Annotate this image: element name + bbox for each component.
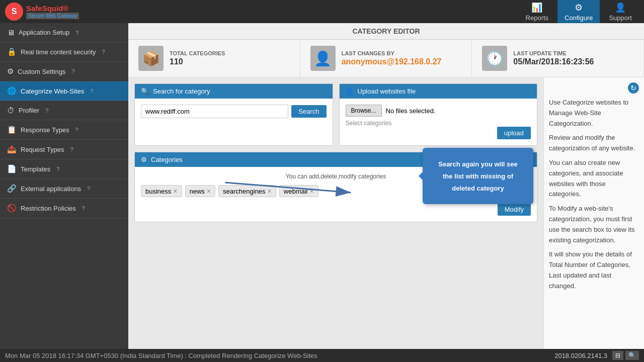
- help-icon: ?: [45, 108, 48, 114]
- request-types-icon: 📤: [7, 145, 17, 154]
- sidebar-item-realtime-content[interactable]: 🔒 Real time content security ?: [0, 42, 128, 62]
- status-text: Mon Mar 05 2018 16:17:34 GMT+0530 (India…: [5, 352, 317, 359]
- refresh-icon[interactable]: ↻: [628, 82, 639, 94]
- upload-panel-title: Upload websites file: [358, 87, 416, 95]
- search-input[interactable]: [141, 105, 288, 118]
- changes-stat-icon: 👤: [310, 46, 336, 71]
- upload-button[interactable]: upload: [497, 127, 531, 139]
- help-text-4: To Modify a web-site's categorization, y…: [549, 204, 639, 245]
- upload-row: Browse... No files selected.: [346, 105, 531, 117]
- custom-settings-icon: ⚙: [7, 67, 14, 76]
- status-bar: Mon Mar 05 2018 16:17:34 GMT+0530 (India…: [0, 349, 644, 362]
- nav-actions: 📊 Reports ⚙ Configure 👤 Support: [519, 0, 639, 24]
- categories-stat-icon: 📦: [138, 46, 164, 71]
- help-icon: ?: [70, 146, 73, 152]
- sidebar-item-time-profiler[interactable]: ⏱ Profiler ?: [0, 101, 128, 120]
- sidebar-item-categorize-websites[interactable]: 🌐 Categorize Web-Sites ?: [0, 81, 128, 101]
- status-icons: ⊟ 🔍: [612, 351, 639, 360]
- configure-label: Configure: [565, 14, 593, 22]
- select-categories-text: Select categories: [346, 120, 531, 127]
- sidebar-item-label: Real time content security: [21, 48, 96, 56]
- support-nav-btn[interactable]: 👤 Support: [602, 0, 639, 24]
- logo-icon: S: [5, 3, 23, 21]
- top-navigation: S SafeSquid® Secure Web Gateway 📊 Report…: [0, 0, 644, 23]
- sidebar-item-application-setup[interactable]: 🖥 Application Setup ?: [0, 23, 128, 42]
- search-panel-body: Search: [135, 99, 333, 124]
- help-text-1: Use Categorize websites to Manage Web-Si…: [549, 98, 639, 129]
- sidebar-item-label: Response Types: [21, 126, 69, 134]
- sidebar-item-response-types[interactable]: 📋 Response Types ?: [0, 120, 128, 140]
- categories-header-icon: ⚙: [141, 156, 147, 163]
- tag-remove-btn[interactable]: ×: [207, 187, 211, 195]
- search-button[interactable]: Search: [291, 105, 326, 118]
- upload-panel-body: Browse... No files selected. Select cate…: [340, 99, 537, 145]
- sidebar-item-label: Restriction Policies: [21, 205, 76, 212]
- stat-text: TOTAL CATEGORIES 110: [170, 50, 225, 66]
- status-right: 2018.0206.2141.3 ⊟ 🔍: [554, 351, 639, 360]
- sidebar-item-label: Templates: [21, 165, 50, 173]
- sidebar-item-custom-settings[interactable]: ⚙ Custom Settings ?: [0, 62, 128, 81]
- tag-label: business: [145, 188, 171, 195]
- search-header-icon: 🔍: [141, 87, 149, 95]
- help-text-5: It will show you the details of Total Nu…: [549, 249, 639, 291]
- update-stat-icon: 🕐: [482, 46, 507, 71]
- realtime-icon: 🔒: [7, 47, 17, 56]
- templates-icon: 📄: [7, 164, 17, 173]
- categories-panel-title: Categories: [151, 156, 183, 163]
- tag-webmail: webmail ×: [279, 185, 318, 197]
- sidebar-item-external-applications[interactable]: 🔗 External applications ?: [0, 179, 128, 199]
- configure-nav-btn[interactable]: ⚙ Configure: [557, 0, 600, 24]
- tag-remove-btn[interactable]: ×: [268, 187, 272, 195]
- help-icon: ?: [56, 166, 59, 172]
- reports-nav-btn[interactable]: 📊 Reports: [519, 0, 556, 24]
- browse-button[interactable]: Browse...: [346, 105, 382, 117]
- search-panel-title: Search for category: [153, 87, 210, 95]
- tag-remove-btn[interactable]: ×: [173, 187, 177, 195]
- search-panel: 🔍 Search for category Search: [134, 83, 333, 146]
- logo-sub: Secure Web Gateway: [26, 13, 79, 19]
- stat-total-categories: 📦 TOTAL CATEGORIES 110: [128, 40, 300, 77]
- stat-text: LAST UPDATE TIME 05/Mar/2018:16:23:56: [513, 50, 594, 66]
- sidebar-item-restriction-policies[interactable]: 🚫 Restriction Policies ?: [0, 199, 128, 218]
- stat-value: 110: [170, 57, 225, 66]
- external-apps-icon: 🔗: [7, 184, 17, 193]
- support-label: Support: [609, 14, 632, 22]
- support-icon: 👤: [615, 2, 626, 13]
- search-upload-row: 🔍 Search for category Search: [134, 83, 537, 152]
- content-area: 🖥 Application Setup ? 🔒 Real time conten…: [0, 23, 644, 349]
- stat-value: anonymous@192.168.0.27: [342, 57, 442, 66]
- sidebar-item-templates[interactable]: 📄 Templates ?: [0, 159, 128, 179]
- sidebar-item-label: Request Types: [21, 146, 64, 153]
- help-icon: ?: [71, 68, 74, 74]
- help-icon: ?: [87, 186, 90, 192]
- reports-label: Reports: [526, 14, 549, 22]
- tag-business: business ×: [141, 185, 182, 197]
- help-text-3: You can also create new categories, and …: [549, 158, 639, 200]
- stat-label: TOTAL CATEGORIES: [170, 50, 225, 56]
- configure-icon: ⚙: [575, 2, 583, 13]
- tag-label: searchengines: [223, 188, 266, 195]
- stat-last-changes: 👤 LAST CHANGES BY anonymous@192.168.0.27: [300, 40, 472, 77]
- sidebar-item-request-types[interactable]: 📤 Request Types ?: [0, 140, 128, 159]
- stat-value: 05/Mar/2018:16:23:56: [513, 57, 594, 66]
- version-text: 2018.0206.2141.3: [554, 352, 607, 359]
- categorize-icon: 🌐: [7, 86, 17, 96]
- status-icon-btn-1[interactable]: ⊟: [612, 351, 623, 360]
- search-panel-header: 🔍 Search for category: [135, 84, 333, 99]
- help-text-2: Review and modify the categorization of …: [549, 133, 639, 154]
- stats-bar: 📦 TOTAL CATEGORIES 110 👤 LAST CHANGES BY…: [128, 40, 644, 77]
- reports-icon: 📊: [531, 2, 542, 13]
- logo: S SafeSquid® Secure Web Gateway: [5, 3, 79, 21]
- application-setup-icon: 🖥: [7, 28, 15, 37]
- status-icon-btn-2[interactable]: 🔍: [625, 351, 639, 360]
- tag-remove-btn[interactable]: ×: [309, 187, 313, 195]
- help-icon: ?: [102, 49, 105, 55]
- restriction-policies-icon: 🚫: [7, 204, 17, 213]
- sidebar-item-label: Categorize Web-Sites: [21, 87, 84, 95]
- modify-button[interactable]: Modify: [498, 203, 531, 216]
- stat-label: LAST UPDATE TIME: [513, 50, 594, 56]
- help-icon: ?: [90, 88, 93, 94]
- logo-name: SafeSquid®: [26, 4, 79, 13]
- tag-searchengines: searchengines ×: [218, 185, 276, 197]
- main-center: 🔍 Search for category Search: [128, 77, 543, 349]
